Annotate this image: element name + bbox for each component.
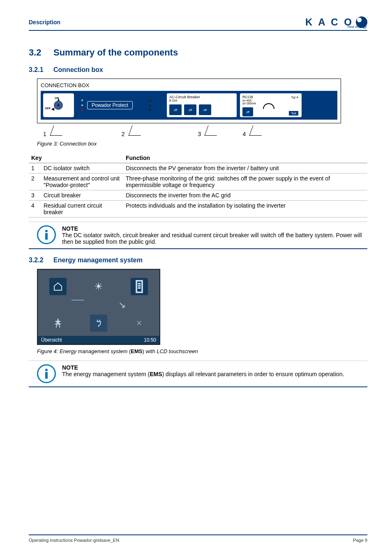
ems-top-row: ☀ [38, 270, 159, 300]
ems-mid-row: ✕ [38, 310, 159, 336]
table-row: 3Circuit breakerDisconnects the inverter… [29, 190, 367, 201]
cell-function: Three-phase monitoring of the grid: swit… [123, 173, 367, 190]
ems-arrow-icon [118, 300, 126, 310]
subsection-2-number: 3.2.2 [29, 257, 53, 264]
table-row: 1DC isolator switchDisconnects the PV ge… [29, 163, 367, 173]
ac-circuit-breaker: AC-Circuit Breaker B 32A off off off [167, 93, 237, 117]
cell-name: Circuit breaker [41, 190, 123, 201]
subsection-title: Connection box [53, 66, 103, 73]
note-1-title: NOTE [62, 225, 367, 232]
section-number: 3.2 [29, 47, 53, 58]
cell-key: 3 [29, 190, 41, 201]
info-icon [37, 225, 56, 244]
callout-line-icon [249, 125, 265, 136]
footer-left: Operating instructions Powador-gridsave_… [29, 538, 119, 543]
rccb-typ: Typ A [291, 96, 298, 99]
ems-pylon-icon [49, 314, 67, 332]
cb-switch-1: off [169, 104, 182, 115]
note-2-body: The energy management system (EMS) displ… [62, 371, 344, 377]
cell-function: Disconnects the inverter from the AC gri… [123, 190, 367, 201]
subsection-number: 3.2.1 [29, 66, 53, 74]
connection-box-figure: CONNECTION BOX ON OFF ▲ ◀ Powador Protec… [37, 79, 341, 123]
note-1-text: NOTE The DC isolator switch, circuit bre… [62, 225, 367, 245]
note2-body-c: ) displays all relevant parameters in or… [162, 371, 344, 377]
ems-status-label: Übersicht [41, 337, 62, 343]
callout-1: 1 [43, 125, 64, 137]
fig4-ems: EMS [131, 348, 142, 354]
connection-box-panel: ON OFF ▲ ◀ Powador Protect AC-Circuit Br… [41, 91, 337, 120]
cb-switches: off off off [169, 104, 234, 115]
protect-leds-right [149, 100, 151, 111]
footer-right: Page 9 [353, 538, 367, 543]
powador-protect: Powador Protect [77, 93, 164, 117]
switch-knob-icon [54, 101, 63, 110]
cell-name: Measurement and control unit "Powador-pr… [41, 173, 123, 190]
callout-3: 3 [198, 125, 219, 137]
ems-tools-icon: ✕ [131, 314, 148, 332]
cb-subtitle: B 32A [169, 99, 234, 102]
footer-row: Operating instructions Powador-gridsave_… [29, 538, 367, 543]
page-header: Description K A C O new energy. [29, 16, 367, 31]
note-1: NOTE The DC isolator switch, circuit bre… [29, 222, 367, 249]
callout-line-icon [128, 125, 144, 136]
callout-4: 4 [242, 125, 263, 137]
header-section: Description [29, 19, 60, 25]
note2-body-ems: EMS [150, 371, 162, 377]
rccb-switch: off [242, 107, 253, 116]
callout-3-num: 3 [198, 131, 201, 137]
dc-isolator-switch: ON OFF ▲ ◀ [43, 93, 74, 117]
cell-function: Protects individuals and the installatio… [123, 201, 367, 217]
rccb-title: RCCB [242, 95, 299, 99]
logo-text: K A C O [305, 16, 353, 28]
cell-name: Residual current circuit breaker [41, 201, 123, 217]
th-key: Key [29, 153, 123, 163]
fig4-text-e: with LCD touchscreen [144, 348, 198, 354]
cell-key: 4 [29, 201, 41, 217]
info-icon [37, 364, 56, 383]
key-table: Key Function 1DC isolator switchDisconne… [29, 153, 367, 217]
protect-leds-left [81, 99, 83, 111]
figure-3-caption: Figure 3: Connection box [37, 141, 367, 147]
ems-time: 10:50 [144, 337, 156, 343]
ems-lines-row [38, 300, 159, 310]
note-1-body: The DC isolator switch, circuit breaker … [62, 232, 367, 245]
cell-key: 2 [29, 173, 41, 190]
switch-off-label: OFF [45, 107, 51, 110]
table-row: 2Measurement and control unit "Powador-p… [29, 173, 367, 190]
subsection-heading-2: 3.2.2Energy management system [29, 257, 367, 264]
page-footer: Operating instructions Powador-gridsave_… [29, 534, 367, 543]
ems-battery-icon [131, 278, 148, 295]
rccb: RCCB In=40A ΔI=300mA Typ A off Test [240, 93, 302, 117]
switch-arrow-left-icon: ◀ [51, 107, 54, 111]
figure-callouts: 1 2 3 4 [37, 125, 367, 137]
note-2-title: NOTE [62, 364, 344, 371]
callout-line-icon [50, 125, 66, 136]
note2-body-a: The energy management system ( [62, 371, 150, 377]
callout-2-num: 2 [122, 131, 125, 137]
rccb-line1: In=40A [242, 99, 299, 102]
note-2: NOTE The energy management system (EMS) … [29, 361, 367, 387]
subsection-heading-1: 3.2.1Connection box [29, 66, 367, 74]
fig4-text-a: Figure 4: Energy management system [37, 348, 129, 354]
note-2-text: NOTE The energy management system (EMS) … [62, 364, 344, 383]
callout-1-num: 1 [43, 131, 46, 137]
callout-line-icon [205, 125, 221, 136]
cb-title: AC-Circuit Breaker [169, 95, 234, 99]
callout-2: 2 [122, 125, 143, 137]
ems-touchscreen: ☀ ✕ Übersicht 10:50 [37, 269, 160, 345]
cell-key: 1 [29, 163, 41, 173]
cell-function: Disconnects the PV generator from the in… [123, 163, 367, 173]
ems-line-icon [71, 300, 84, 301]
cb-switch-3: off [199, 104, 211, 115]
section-heading: 3.2Summary of the components [29, 47, 367, 58]
callout-4-num: 4 [242, 131, 246, 137]
cb-switch-2: off [184, 104, 196, 115]
figure-4-caption: Figure 4: Energy management system (EMS)… [37, 348, 367, 354]
rccb-test-button: Test [289, 111, 298, 116]
th-function: Function [123, 153, 367, 163]
table-row: 4Residual current circuit breakerProtect… [29, 201, 367, 217]
ems-sun-icon: ☀ [90, 278, 107, 295]
ems-plug-icon [90, 314, 107, 332]
connection-box-title: CONNECTION BOX [41, 82, 337, 88]
cell-name: DC isolator switch [41, 163, 123, 173]
